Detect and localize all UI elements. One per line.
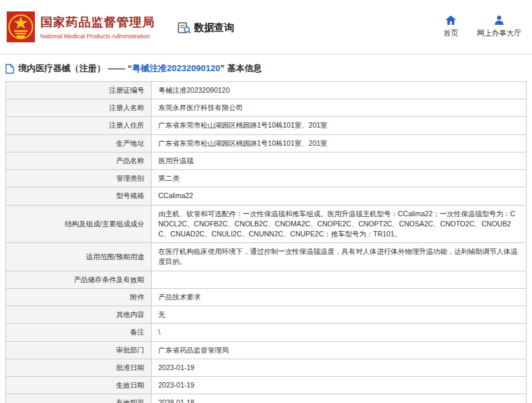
- field-value: 2023-01-19: [152, 376, 527, 394]
- brand: 国家药品监督管理局 National Medical Products Admi…: [7, 11, 155, 42]
- table-row: 注册证编号 粤械注准20232090120: [6, 82, 527, 99]
- field-value: 在医疗机构临床使用环境下，通过控制一次性保温毯温度，具有对人体进行体外物理升温功…: [152, 243, 527, 271]
- table-row: 产品储存条件及有效期: [6, 271, 527, 288]
- field-label: 生效日期: [6, 376, 152, 394]
- nav-home[interactable]: 首页: [443, 15, 458, 38]
- table-row: 备注 \: [6, 324, 527, 341]
- field-label: 批准日期: [6, 359, 152, 376]
- field-value: 粤械注准20232090120: [152, 82, 527, 99]
- field-value: 2023-01-19: [152, 359, 527, 376]
- field-label: 审批部门: [6, 341, 152, 359]
- field-label: 附件: [6, 288, 152, 306]
- field-value: 广东省东莞市松山湖园区桃园路1号10栋101室、201室: [152, 134, 527, 152]
- field-label: 注册证编号: [6, 82, 152, 99]
- table-row: 产品名称 医用升温毯: [6, 152, 527, 169]
- table-row: 适用范围/预期用途 在医疗机构临床使用环境下，通过控制一次性保温毯温度，具有对人…: [6, 243, 527, 271]
- table-row: 注册人住所 广东省东莞市松山湖园区桃园路1号10栋101室、201室: [6, 117, 527, 134]
- field-label: 产品储存条件及有效期: [6, 271, 152, 288]
- field-label: 生产地址: [6, 134, 152, 152]
- nav-service-hall-label: 网上办事大厅: [477, 28, 521, 38]
- table-row: 型号规格 CCalima22: [6, 187, 527, 205]
- home-icon: [445, 15, 456, 25]
- brand-text: 国家药品监督管理局 National Medical Products Admi…: [40, 14, 155, 40]
- table-row: 管理类别 第二类: [6, 170, 527, 187]
- field-value: 第二类: [152, 170, 527, 187]
- field-label: 有效期至: [6, 394, 152, 403]
- person-icon: [494, 15, 504, 25]
- page-title: 境内医疗器械（注册） —— “粤械注准20232090120” 基本信息: [0, 54, 532, 80]
- table-row: 生效日期 2023-01-19: [6, 376, 527, 394]
- document-icon: [5, 64, 14, 74]
- table-row: 注册人名称 东莞永昇医疗科技有限公司: [6, 99, 527, 117]
- field-value: 由主机、软管和可选配件：一次性保温毯和推车组成。医用升温毯主机型号：CCalim…: [152, 205, 527, 243]
- table-row: 其他内容 无: [6, 306, 527, 324]
- field-label: 型号规格: [6, 187, 152, 205]
- header: 国家药品监督管理局 National Medical Products Admi…: [0, 0, 532, 54]
- field-label: 注册人住所: [6, 117, 152, 134]
- field-value: 产品技术要求: [152, 288, 527, 306]
- data-query-icon: [178, 22, 191, 34]
- field-value: 广东省东莞市松山湖园区桃园路1号10栋101室、201室: [152, 117, 527, 134]
- field-label: 其他内容: [6, 306, 152, 324]
- table-row: 有效期至 2028-01-18: [6, 394, 527, 403]
- nav-service-hall[interactable]: 网上办事大厅: [477, 15, 521, 38]
- agency-name: 国家药品监督管理局: [40, 14, 155, 30]
- field-value: 广东省药品监督管理局: [152, 341, 527, 359]
- registration-number: 粤械注准20232090120: [132, 63, 221, 73]
- field-label: 备注: [6, 324, 152, 341]
- field-value: CCalima22: [152, 187, 527, 205]
- field-label: 适用范围/预期用途: [6, 243, 152, 271]
- field-value: \: [152, 324, 527, 341]
- field-value: 医用升温毯: [152, 152, 527, 169]
- field-value: [152, 271, 527, 288]
- field-value: 2028-01-18: [152, 394, 527, 403]
- field-label: 管理类别: [6, 170, 152, 187]
- field-label: 注册人名称: [6, 99, 152, 117]
- data-query-title: 数据查询: [194, 21, 234, 34]
- agency-name-en: National Medical Products Administration: [40, 33, 155, 40]
- table-row: 审批部门 广东省药品监督管理局: [6, 341, 527, 359]
- national-emblem: [7, 11, 35, 42]
- data-query-heading: 数据查询: [178, 21, 234, 34]
- nav-home-label: 首页: [443, 28, 458, 38]
- table-row: 批准日期 2023-01-19: [6, 359, 527, 376]
- field-value: 东莞永昇医疗科技有限公司: [152, 99, 527, 117]
- table-row: 附件 产品技术要求: [6, 288, 527, 306]
- table-row: 结构及组成/主要组成成分 由主机、软管和可选配件：一次性保温毯和推车组成。医用升…: [6, 205, 527, 243]
- table-row: 生产地址 广东省东莞市松山湖园区桃园路1号10栋101室、201室: [6, 134, 527, 152]
- field-value: 无: [152, 306, 527, 324]
- registration-info-table: 注册证编号 粤械注准20232090120 注册人名称 东莞永昇医疗科技有限公司…: [5, 81, 527, 403]
- field-label: 产品名称: [6, 152, 152, 169]
- page-title-text: 境内医疗器械（注册） —— “粤械注准20232090120” 基本信息: [18, 62, 262, 75]
- field-label: 结构及组成/主要组成成分: [6, 205, 152, 243]
- header-nav: 首页 网上办事大厅: [443, 15, 521, 38]
